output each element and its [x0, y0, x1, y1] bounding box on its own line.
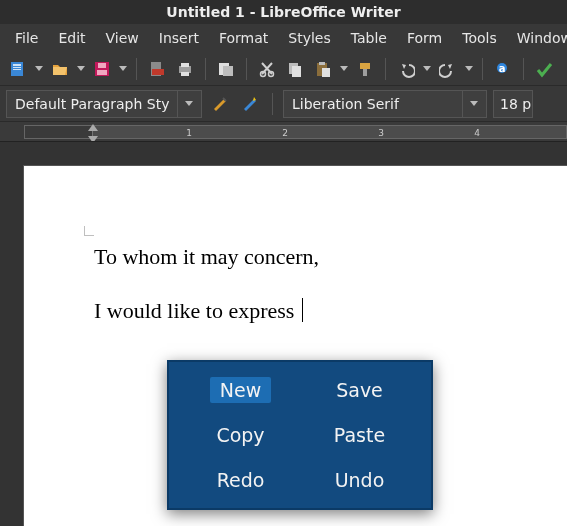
svg-rect-8	[152, 69, 164, 75]
print-icon[interactable]	[173, 57, 197, 81]
document-line-text: I would like to express	[94, 298, 300, 323]
redo-icon[interactable]	[436, 57, 460, 81]
save-dropdown[interactable]	[118, 57, 128, 81]
menu-table[interactable]: Table	[342, 26, 396, 50]
document-line[interactable]: I would like to express	[94, 298, 303, 324]
paragraph-style-value: Default Paragraph Sty	[7, 96, 177, 112]
overlay-new[interactable]: New	[181, 370, 300, 411]
ruler-num: 2	[282, 128, 288, 138]
paste-icon[interactable]	[311, 57, 335, 81]
svg-rect-1	[13, 64, 21, 66]
menu-bar: File Edit View Insert Format Styles Tabl…	[0, 24, 567, 52]
menu-insert[interactable]: Insert	[150, 26, 208, 50]
font-name-value: Liberation Serif	[284, 96, 462, 112]
toolbar-separator	[482, 58, 483, 80]
svg-rect-22	[363, 69, 367, 76]
text-cursor	[302, 298, 303, 322]
menu-file[interactable]: File	[6, 26, 47, 50]
undo-icon[interactable]	[394, 57, 418, 81]
export-pdf-icon[interactable]	[145, 57, 169, 81]
clone-formatting-icon[interactable]	[353, 57, 377, 81]
overlay-save[interactable]: Save	[300, 370, 419, 411]
menu-tools[interactable]: Tools	[453, 26, 506, 50]
copy-icon[interactable]	[283, 57, 307, 81]
open-dropdown[interactable]	[76, 57, 86, 81]
svg-rect-19	[319, 62, 325, 65]
redo-dropdown[interactable]	[464, 57, 474, 81]
svg-rect-3	[13, 69, 21, 70]
save-icon[interactable]	[90, 57, 114, 81]
toolbar-separator	[136, 58, 137, 80]
toggle-print-preview-icon[interactable]	[214, 57, 238, 81]
svg-rect-6	[97, 70, 107, 75]
main-toolbar: a	[0, 52, 567, 86]
find-replace-icon[interactable]: a	[491, 57, 515, 81]
svg-rect-17	[292, 66, 301, 77]
font-name-dropdown[interactable]	[462, 91, 484, 117]
toolbar-separator	[205, 58, 206, 80]
font-name-combo[interactable]: Liberation Serif	[283, 90, 487, 118]
ruler-num: 1	[186, 128, 192, 138]
ruler-num: 3	[378, 128, 384, 138]
svg-text:a: a	[499, 63, 506, 74]
formatting-toolbar: Default Paragraph Sty Liberation Serif 1…	[0, 86, 567, 122]
cut-icon[interactable]	[255, 57, 279, 81]
overlay-paste[interactable]: Paste	[300, 415, 419, 456]
svg-rect-11	[181, 72, 189, 76]
update-style-icon[interactable]	[208, 92, 232, 116]
menu-styles[interactable]: Styles	[279, 26, 339, 50]
svg-rect-9	[179, 66, 191, 73]
menu-format[interactable]: Format	[210, 26, 277, 50]
overlay-redo[interactable]: Redo	[181, 459, 300, 500]
title-bar: Untitled 1 - LibreOffice Writer	[0, 0, 567, 24]
svg-rect-13	[223, 66, 233, 76]
toolbar-separator	[272, 93, 273, 115]
horizontal-ruler[interactable]: 1 2 3 4 5	[0, 122, 567, 142]
font-size-combo[interactable]: 18 p	[493, 90, 533, 118]
svg-rect-2	[13, 67, 21, 68]
menu-edit[interactable]: Edit	[49, 26, 94, 50]
undo-dropdown[interactable]	[422, 57, 432, 81]
page-margin-mark	[84, 226, 94, 236]
menu-window[interactable]: Window	[508, 26, 567, 50]
svg-rect-21	[360, 63, 370, 69]
overlay-undo[interactable]: Undo	[300, 459, 419, 500]
new-doc-dropdown[interactable]	[34, 57, 44, 81]
new-style-icon[interactable]	[238, 92, 262, 116]
toolbar-separator	[385, 58, 386, 80]
ruler-num: 4	[474, 128, 480, 138]
svg-rect-20	[322, 68, 330, 77]
open-icon[interactable]	[48, 57, 72, 81]
menu-form[interactable]: Form	[398, 26, 451, 50]
svg-rect-10	[181, 63, 189, 67]
overlay-copy[interactable]: Copy	[181, 415, 300, 456]
svg-rect-5	[98, 63, 106, 68]
paste-dropdown[interactable]	[339, 57, 349, 81]
new-doc-icon[interactable]	[6, 57, 30, 81]
spellcheck-icon[interactable]	[532, 57, 556, 81]
font-size-value: 18 p	[494, 96, 532, 112]
command-overlay: New Save Copy Paste Redo Undo	[167, 360, 433, 510]
paragraph-style-dropdown[interactable]	[177, 91, 199, 117]
menu-view[interactable]: View	[97, 26, 148, 50]
document-line[interactable]: To whom it may concern,	[94, 244, 319, 270]
toolbar-separator	[523, 58, 524, 80]
toolbar-separator	[246, 58, 247, 80]
paragraph-style-combo[interactable]: Default Paragraph Sty	[6, 90, 202, 118]
window-title: Untitled 1 - LibreOffice Writer	[166, 4, 400, 20]
